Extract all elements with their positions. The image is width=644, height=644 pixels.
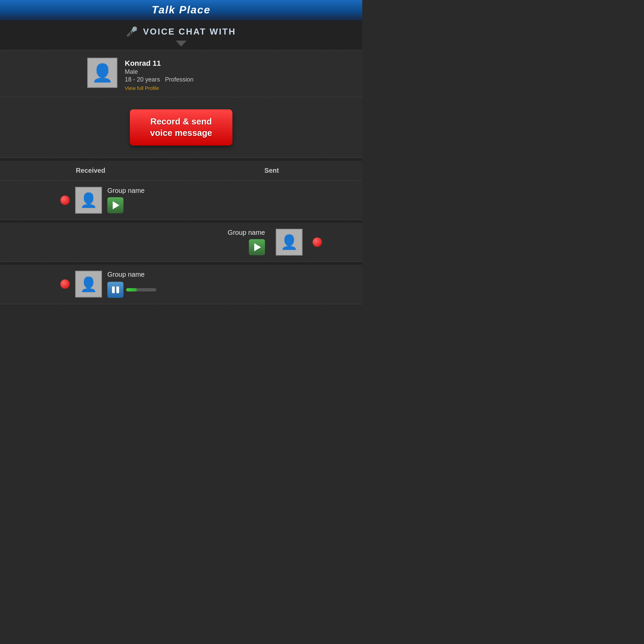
profile-age: 18 - 20 years (125, 76, 160, 83)
message-row-received-1: 👤 Group name (0, 181, 362, 220)
sent-inner-1: Group name 👤 (228, 229, 322, 256)
msg-group-name-2: Group name (228, 229, 265, 236)
profile-gender: Male (125, 68, 194, 75)
app-logo: Talk Place (152, 4, 210, 16)
msg-content-1: Group name (107, 187, 145, 213)
play-triangle-icon-2 (254, 243, 261, 251)
progress-bar-bg (126, 288, 156, 291)
msg-avatar-1: 👤 (75, 187, 102, 214)
messages-header: Received Sent (0, 161, 362, 180)
view-full-profile-link[interactable]: View full Profile (125, 85, 194, 91)
message-row-received-2: 👤 Group name (0, 265, 362, 304)
gap-3 (0, 262, 362, 265)
profile-name: Konrad 11 (125, 59, 194, 68)
gap-1 (0, 158, 362, 161)
chevron-down-icon (176, 41, 186, 47)
play-button-2[interactable] (249, 239, 265, 255)
progress-container (107, 282, 156, 298)
person-icon: 👤 (92, 63, 113, 83)
col-sent-label: Sent (181, 167, 362, 174)
unread-dot-1 (60, 196, 70, 205)
record-section: Record & send voice message (0, 97, 362, 158)
unread-dot-2 (313, 237, 322, 247)
msg-person-icon-2: 👤 (280, 234, 298, 250)
msg-person-icon-3: 👤 (80, 276, 97, 292)
msg-avatar-3: 👤 (75, 271, 102, 298)
voice-chat-title: 🎤 VOICE CHAT WITH (126, 26, 236, 37)
voice-chat-header: 🎤 VOICE CHAT WITH (0, 20, 362, 50)
sent-left-1: Group name (228, 229, 265, 255)
pause-button[interactable] (107, 282, 123, 298)
profile-profession: Profession (165, 76, 194, 83)
avatar: 👤 (87, 58, 117, 88)
profile-info: Konrad 11 Male 18 - 20 years Profession … (125, 58, 194, 91)
play-button-1[interactable] (107, 197, 123, 213)
msg-group-name-3: Group name (107, 271, 156, 278)
app-header: Talk Place (0, 0, 362, 20)
mic-icon: 🎤 (126, 26, 139, 37)
progress-bar-fill (126, 288, 137, 291)
bottom-gap (0, 304, 362, 314)
pause-bar-right (116, 286, 119, 293)
msg-person-icon-1: 👤 (80, 192, 97, 208)
record-send-button[interactable]: Record & send voice message (130, 109, 232, 146)
play-triangle-icon-1 (113, 201, 119, 209)
msg-avatar-2: 👤 (276, 229, 303, 256)
gap-2 (0, 220, 362, 223)
record-btn-line2: voice message (150, 127, 212, 139)
profile-section: 👤 Konrad 11 Male 18 - 20 years Professio… (0, 50, 362, 97)
col-received-label: Received (0, 167, 181, 174)
message-row-sent-1: Group name 👤 (0, 223, 362, 262)
record-btn-line1: Record & send (150, 116, 212, 127)
msg-content-3: Group name (107, 271, 156, 298)
unread-dot-3 (60, 279, 70, 289)
profile-age-profession: 18 - 20 years Profession (125, 76, 194, 83)
pause-bar-left (112, 286, 115, 293)
voice-chat-label: VOICE CHAT WITH (143, 26, 236, 37)
msg-group-name-1: Group name (107, 187, 145, 195)
